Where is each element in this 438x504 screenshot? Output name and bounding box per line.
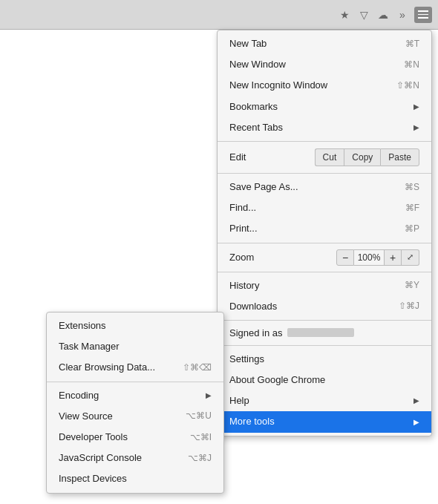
signed-in-row: Signed in as	[218, 324, 431, 342]
submenu-item-task-manager[interactable]: Task Manager	[47, 336, 223, 357]
menu-item-label: Extensions	[59, 319, 106, 333]
arrow-icon: ▶	[414, 417, 419, 428]
submenu-item-js-console[interactable]: JavaScript Console ⌥⌘J	[47, 448, 223, 468]
shortcut: ⌘T	[405, 38, 419, 50]
shortcut: ⇧⌘⌫	[183, 361, 212, 374]
menu-item-recent-tabs[interactable]: Recent Tabs ▶	[218, 117, 431, 138]
menu-item-label: Encoding	[59, 389, 99, 402]
menu-item-more-tools[interactable]: More tools ▶	[218, 411, 431, 432]
overflow-icon[interactable]: »	[395, 7, 410, 22]
menu-item-settings[interactable]: Settings	[218, 349, 431, 370]
separator	[218, 173, 431, 174]
shortcut: ⌘Y	[405, 279, 419, 292]
menu-item-label: Help	[229, 394, 249, 408]
separator	[218, 345, 431, 346]
menu-item-label: More tools	[229, 415, 275, 428]
menu-item-label: New Incognito Window	[229, 79, 327, 92]
menu-item-label: Print...	[229, 222, 258, 235]
separator	[218, 243, 431, 243]
separator	[47, 382, 223, 382]
submenu-item-inspect-devices[interactable]: Inspect Devices	[47, 468, 223, 489]
shortcut: ⌥⌘J	[188, 452, 212, 465]
menu-item-label: Task Manager	[59, 340, 120, 353]
edit-label: Edit	[229, 151, 315, 163]
menu-item-label: Developer Tools	[59, 431, 128, 444]
arrow-icon: ▶	[414, 396, 419, 406]
menu-item-history[interactable]: History ⌘Y	[218, 275, 431, 296]
menu-item-about[interactable]: About Google Chrome	[218, 370, 431, 390]
menu-item-label: Downloads	[229, 300, 277, 313]
submenu-item-dev-tools[interactable]: Developer Tools ⌥⌘I	[47, 427, 223, 448]
cut-button[interactable]: Cut	[315, 148, 344, 166]
shortcut: ⌘N	[404, 59, 419, 71]
star-icon[interactable]: ★	[337, 7, 352, 22]
sync-icon[interactable]: ☁	[376, 7, 390, 22]
menu-button[interactable]	[414, 7, 432, 23]
arrow-icon: ▶	[414, 102, 419, 112]
menu-item-label: About Google Chrome	[229, 373, 325, 387]
menu-item-bookmarks[interactable]: Bookmarks ▶	[218, 96, 431, 117]
submenu-item-extensions[interactable]: Extensions	[47, 315, 223, 336]
menu-item-label: History	[229, 279, 259, 292]
menu-item-help[interactable]: Help ▶	[218, 390, 431, 411]
separator	[218, 141, 431, 142]
menu-item-label: Save Page As...	[229, 180, 298, 194]
separator	[218, 320, 431, 321]
arrow-icon: ▶	[414, 122, 419, 133]
shortcut: ⌥⌘I	[190, 431, 212, 444]
zoom-in-button[interactable]: +	[384, 249, 402, 266]
zoom-label: Zoom	[229, 252, 336, 263]
menu-item-label: New Tab	[229, 37, 267, 50]
menu-item-label: New Window	[229, 58, 286, 71]
arrow-icon: ▶	[206, 390, 212, 401]
submenu-more-tools: Extensions Task Manager Clear Browsing D…	[46, 312, 224, 494]
menu-item-new-tab[interactable]: New Tab ⌘T	[218, 33, 431, 54]
menu-item-new-incognito[interactable]: New Incognito Window ⇧⌘N	[218, 75, 431, 96]
zoom-out-button[interactable]: −	[336, 249, 354, 266]
zoom-value: 100%	[354, 249, 384, 266]
browser-content: New Tab ⌘T New Window ⌘N New Incognito W…	[0, 30, 438, 504]
menu-item-new-window[interactable]: New Window ⌘N	[218, 54, 431, 75]
menu-item-label: Find...	[229, 201, 256, 215]
menu-item-label: Recent Tabs	[229, 121, 283, 134]
shortcut: ⌘S	[405, 181, 419, 194]
submenu-item-view-source[interactable]: View Source ⌥⌘U	[47, 406, 223, 427]
paste-button[interactable]: Paste	[380, 148, 419, 166]
edit-row: Edit Cut Copy Paste	[218, 145, 431, 170]
fullscreen-button[interactable]: ⤢	[402, 249, 419, 266]
shortcut: ⌥⌘U	[186, 410, 212, 422]
menu-item-save-page[interactable]: Save Page As... ⌘S	[218, 177, 431, 197]
shortcut: ⌘P	[405, 223, 419, 235]
menu-item-downloads[interactable]: Downloads ⇧⌘J	[218, 296, 431, 317]
menu-item-label: Settings	[229, 353, 264, 366]
signed-in-label: Signed in as	[229, 327, 283, 338]
separator	[218, 272, 431, 272]
submenu-item-clear-browsing[interactable]: Clear Browsing Data... ⇧⌘⌫	[47, 357, 223, 378]
zoom-controls: − 100% + ⤢	[336, 249, 419, 266]
menu-item-find[interactable]: Find... ⌘F	[218, 197, 431, 218]
menu-item-print[interactable]: Print... ⌘P	[218, 218, 431, 239]
pocket-icon[interactable]: ▽	[356, 7, 371, 22]
shortcut: ⇧⌘J	[399, 300, 419, 312]
menu-item-label: View Source	[59, 410, 113, 423]
menu-item-label: JavaScript Console	[59, 451, 142, 465]
shortcut: ⌘F	[405, 202, 419, 215]
menu-item-label: Bookmarks	[229, 100, 278, 114]
menu-item-label: Inspect Devices	[59, 472, 127, 485]
copy-button[interactable]: Copy	[344, 148, 380, 166]
menu-item-label: Clear Browsing Data...	[59, 361, 155, 374]
main-menu: New Tab ⌘T New Window ⌘N New Incognito W…	[217, 30, 432, 436]
browser-toolbar: ★ ▽ ☁ »	[0, 0, 438, 30]
signed-in-avatar	[287, 328, 354, 337]
shortcut: ⇧⌘N	[396, 79, 419, 92]
submenu-item-encoding[interactable]: Encoding ▶	[47, 385, 223, 406]
zoom-row: Zoom − 100% + ⤢	[218, 246, 431, 269]
